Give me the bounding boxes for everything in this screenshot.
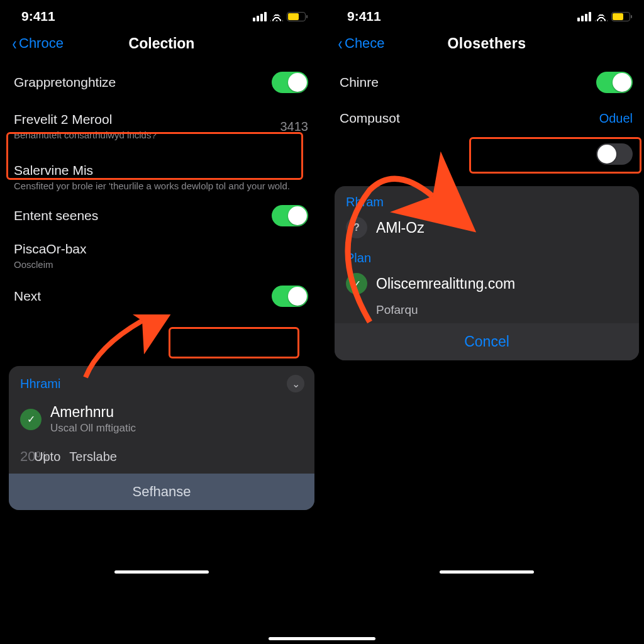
screenshot-left: 9:411 ‹ Chroce Colection Grappretonghtiz… (4, 0, 319, 579)
cancel-button[interactable]: Concel (335, 323, 639, 360)
row-label: Compusot (340, 111, 400, 126)
settings-list: Grappretonghtize Frevelit 2 Merool Benam… (4, 63, 319, 316)
row-salervine[interactable]: Salervine Mis Censfited yor brole ier 't… (14, 152, 319, 196)
status-time: 9:411 (347, 9, 381, 24)
sheet-primary-button[interactable]: Sefhanse (9, 474, 314, 510)
foot-b: Terslabe (69, 450, 117, 464)
row-value: 3413 (280, 119, 309, 134)
status-time: 9:411 (21, 9, 55, 24)
battery-icon (287, 12, 306, 21)
highlight-box (169, 327, 299, 358)
toggle[interactable] (272, 286, 308, 307)
home-indicator (114, 570, 209, 574)
sheet-header-label: Hhrami (20, 377, 60, 391)
sheet-section-header: Rhram (335, 186, 639, 211)
row-label: Grappretonghtize (14, 75, 116, 90)
foot-a: Upto (34, 450, 60, 464)
settings-list: Chinre Compusot Oduel (330, 63, 644, 174)
row-subtitle: Ooscleim (14, 259, 87, 271)
row-label: Frevelit 2 Merool (14, 112, 169, 127)
question-icon: ? (346, 217, 367, 238)
status-bar: 9:411 (330, 0, 644, 28)
row-compusot[interactable]: Compusot Oduel (340, 102, 644, 135)
back-label: Chroce (19, 35, 64, 52)
option-title: AMl-Oz (376, 219, 425, 236)
row-frevelit[interactable]: Frevelit 2 Merool Benamuteit consarthulw… (14, 102, 319, 152)
option-title: Oliscemrealittıng.com (376, 275, 515, 292)
option-subtitle: Uscal Oll mftigatic (50, 422, 136, 435)
sheet-section-header: Plan (335, 247, 639, 267)
status-icons (253, 12, 306, 21)
cellular-icon (577, 12, 591, 21)
cellular-icon (253, 12, 267, 21)
row-label: Entent seenes (14, 208, 98, 223)
chevron-down-icon[interactable]: ⌄ (287, 375, 304, 392)
nav-bar: ‹ Chroce Colection (4, 28, 319, 63)
row-next[interactable]: Next (14, 277, 319, 316)
row-subtitle: Benamuteit consarthulwyd incids? (14, 130, 169, 142)
check-icon: ✓ (346, 273, 367, 294)
back-button[interactable]: ‹ Chroce (11, 35, 64, 52)
battery-icon (611, 12, 630, 21)
row-piscaor[interactable]: PiscaOr-bax Ooscleim (14, 235, 319, 277)
sheet-option-domain[interactable]: ✓ Oliscemrealittıng.com (335, 267, 639, 303)
back-button[interactable]: ‹ Chece (337, 35, 385, 52)
option-title: Amerhnru (50, 404, 136, 421)
sheet-header: Hhrami ⌄ (9, 366, 314, 397)
sheet-option[interactable]: ✓ Amerhnru Uscal Oll mftigatic (9, 397, 314, 443)
toggle[interactable] (272, 205, 308, 226)
outer-home-indicator (269, 637, 375, 640)
status-bar: 9:411 (4, 0, 319, 28)
wifi-icon (270, 12, 283, 21)
action-sheet: Rhram ? AMl-Oz Plan ✓ Oliscemrealittıng.… (335, 186, 639, 360)
row-blank[interactable] (340, 135, 644, 174)
sheet-option-pofarqu[interactable]: Pofarqu (335, 303, 639, 323)
toggle[interactable] (272, 72, 308, 93)
toggle[interactable] (596, 72, 633, 93)
status-icons (577, 12, 630, 21)
sheet-footnote: 20% Upto Terslabe (9, 443, 314, 474)
section-label: Rhram (346, 195, 384, 209)
back-label: Chece (345, 35, 385, 52)
row-label: Next (14, 289, 41, 304)
popup-sheet: Hhrami ⌄ ✓ Amerhnru Uscal Oll mftigatic … (9, 366, 314, 510)
row-subtitle: Censfited yor brole ier 'theurlile a wor… (14, 180, 303, 192)
check-icon: ✓ (20, 409, 42, 430)
row-chinre[interactable]: Chinre (340, 63, 644, 102)
nav-bar: ‹ Chece Olosethers (330, 28, 644, 63)
row-label: Chinre (340, 75, 379, 90)
row-label: PiscaOr-bax (14, 242, 87, 257)
row-value: Oduel (599, 111, 633, 126)
wifi-icon (595, 12, 608, 21)
row-entent[interactable]: Entent seenes (14, 196, 319, 235)
home-indicator (440, 570, 534, 574)
row-grappretonghtize[interactable]: Grappretonghtize (14, 63, 319, 102)
sheet-option-amloz[interactable]: ? AMl-Oz (335, 211, 639, 247)
row-label: Salervine Mis (14, 163, 303, 178)
section-label: Plan (346, 251, 371, 265)
toggle[interactable] (596, 143, 633, 165)
screenshot-right: 9:411 ‹ Chece Olosethers Chinre Compusot… (330, 0, 644, 579)
option-title: Pofarqu (376, 303, 418, 317)
